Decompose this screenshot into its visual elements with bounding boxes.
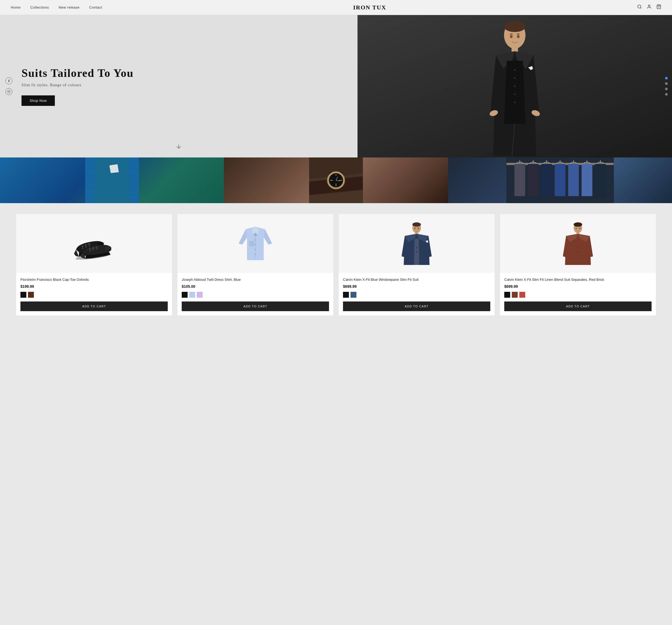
svg-rect-38 — [514, 164, 525, 196]
brand-logo[interactable]: IRON TUX — [102, 4, 637, 11]
product-image-brown-suit — [500, 214, 656, 273]
product-card-shirt: Joseph Abboud Twill Dress Shirt, Blue $1… — [177, 214, 333, 316]
svg-rect-68 — [249, 241, 254, 246]
facebook-icon[interactable] — [5, 77, 13, 84]
product-card-shoes: Florsheim Francisco Black Cap-Toe Oxford… — [16, 214, 172, 316]
svg-point-64 — [255, 239, 256, 241]
add-to-cart-shoes[interactable]: Add to Cart — [20, 301, 168, 311]
product-info-shoes: Florsheim Francisco Black Cap-Toe Oxford… — [16, 273, 172, 316]
add-to-cart-shirt[interactable]: Add to Cart — [182, 301, 329, 311]
carousel-dot-1[interactable] — [665, 77, 668, 79]
color-swatches-shoes — [20, 292, 168, 298]
product-name-shirt: Joseph Abboud Twill Dress Shirt, Blue — [182, 277, 329, 282]
product-price-shoes: $199.99 — [20, 284, 168, 289]
strip-item-2 — [224, 157, 448, 203]
strip-item-1 — [0, 157, 224, 203]
svg-point-67 — [255, 253, 256, 255]
swatch-brown-shoes[interactable] — [28, 292, 34, 298]
hero-suit-image — [475, 17, 555, 156]
svg-rect-42 — [541, 164, 552, 196]
svg-point-83 — [577, 251, 578, 253]
svg-rect-44 — [554, 164, 565, 196]
hero-subheading: Slim fit styles. Range of colours — [22, 83, 336, 87]
carousel-dot-4[interactable] — [665, 93, 668, 96]
svg-rect-4 — [7, 90, 10, 93]
scroll-down-icon[interactable] — [175, 143, 182, 151]
color-swatches-brown-suit — [504, 292, 652, 298]
nav-icons — [637, 4, 661, 10]
swatch-lavender-shirt[interactable] — [197, 292, 203, 298]
svg-point-65 — [255, 244, 256, 245]
svg-point-75 — [416, 247, 417, 248]
brown-suit-svg — [556, 219, 599, 268]
svg-rect-10 — [511, 47, 518, 52]
svg-rect-48 — [581, 164, 592, 196]
color-swatches-blue-suit — [343, 292, 490, 298]
add-to-cart-blue-suit[interactable]: Add to Cart — [343, 301, 490, 311]
product-name-brown-suit: Calvin Klein X-Fit Slim Fit Linen Blend … — [504, 277, 652, 282]
instagram-icon[interactable] — [5, 88, 13, 95]
hero-heading: Suits tailored to you — [22, 67, 336, 79]
svg-point-11 — [514, 69, 515, 71]
product-info-blue-suit: Calvin Klein X-Fit Blue Windowpane Slim … — [339, 273, 495, 316]
nav-home[interactable]: Home — [11, 5, 21, 9]
products-grid: Florsheim Francisco Black Cap-Toe Oxford… — [16, 214, 656, 316]
product-card-brown-suit: Calvin Klein X-Fit Slim Fit Linen Blend … — [500, 214, 656, 316]
color-swatches-shirt — [182, 292, 329, 298]
product-name-blue-suit: Calvin Klein X-Fit Blue Windowpane Slim … — [343, 277, 490, 282]
brand-part1: IRON — [353, 4, 371, 11]
strip-2-graphic — [309, 157, 363, 203]
svg-rect-40 — [528, 164, 538, 196]
strip-3-graphic — [448, 157, 672, 203]
social-icons — [5, 77, 13, 95]
swatch-blue-blue-suit[interactable] — [351, 292, 356, 298]
svg-point-73 — [412, 223, 421, 227]
product-price-shirt: $105.00 — [182, 284, 329, 289]
nav-collections[interactable]: Collections — [30, 5, 49, 9]
photo-strip — [0, 157, 672, 203]
products-section: Florsheim Francisco Black Cap-Toe Oxford… — [0, 203, 672, 326]
product-price-blue-suit: $699.99 — [343, 284, 490, 289]
brand-part2: TUX — [372, 4, 386, 11]
search-icon[interactable] — [637, 4, 642, 10]
swatch-black-shirt[interactable] — [182, 292, 188, 298]
swatch-brown-brown-suit[interactable] — [512, 292, 518, 298]
svg-point-0 — [638, 5, 641, 8]
svg-point-76 — [416, 251, 417, 253]
add-to-cart-brown-suit[interactable]: Add to Cart — [504, 301, 652, 311]
svg-point-2 — [648, 5, 650, 6]
svg-point-15 — [514, 102, 515, 103]
carousel-dot-3[interactable] — [665, 88, 668, 90]
svg-point-66 — [255, 249, 256, 250]
product-name-shoes: Florsheim Francisco Black Cap-Toe Oxford… — [20, 277, 168, 282]
swatch-black-brown-suit[interactable] — [504, 292, 510, 298]
svg-point-84 — [575, 227, 577, 229]
svg-line-1 — [640, 7, 641, 8]
svg-point-78 — [417, 227, 419, 229]
svg-point-80 — [574, 223, 582, 227]
svg-point-19 — [510, 35, 512, 38]
shop-now-button[interactable]: Shop Now — [22, 95, 55, 106]
swatch-black-shoes[interactable] — [20, 292, 26, 298]
shirt-svg — [234, 222, 277, 265]
nav-new-release[interactable]: New release — [58, 5, 79, 9]
svg-rect-50 — [595, 164, 606, 196]
strip-1-graphic — [85, 157, 139, 203]
nav-contact[interactable]: Contact — [89, 5, 102, 9]
carousel-dot-2[interactable] — [665, 82, 668, 85]
shoes-svg — [70, 227, 118, 259]
product-info-shirt: Joseph Abboud Twill Dress Shirt, Blue $1… — [177, 273, 333, 316]
product-image-shirt — [177, 214, 333, 273]
account-icon[interactable] — [647, 4, 652, 10]
product-image-shoes — [16, 214, 172, 273]
svg-point-77 — [414, 227, 415, 229]
swatch-red-brown-suit[interactable] — [519, 292, 525, 298]
blue-suit-svg — [395, 219, 438, 268]
hero-image-bg — [358, 15, 672, 157]
product-info-brown-suit: Calvin Klein X-Fit Slim Fit Linen Blend … — [500, 273, 656, 316]
hero-section: Suits tailored to you Slim fit styles. R… — [0, 15, 672, 157]
swatch-blue-shirt[interactable] — [189, 292, 195, 298]
swatch-black-blue-suit[interactable] — [343, 292, 349, 298]
svg-point-20 — [517, 35, 520, 38]
cart-icon[interactable] — [656, 4, 661, 10]
